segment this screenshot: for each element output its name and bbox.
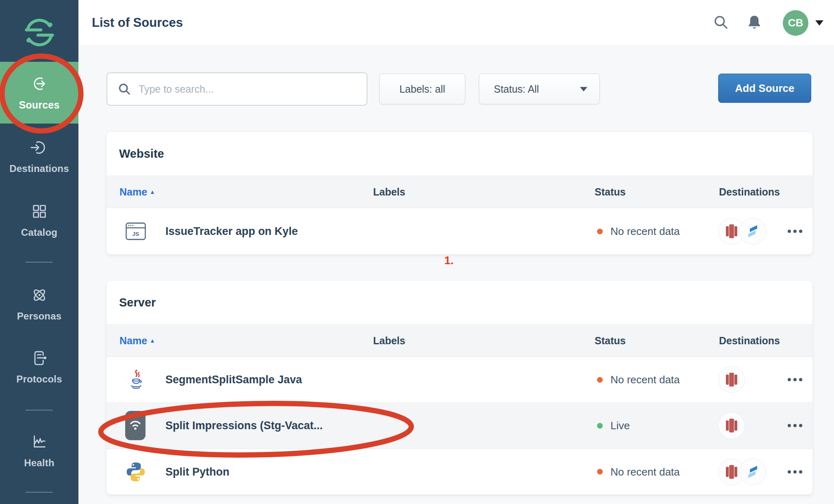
sidebar-divider	[26, 262, 53, 263]
status-cell: Live	[597, 419, 630, 432]
more-options-button[interactable]	[785, 227, 805, 235]
wifi-server-icon	[125, 411, 146, 440]
sidebar-item-label: Catalog	[21, 227, 57, 238]
destinations-cell	[718, 412, 745, 439]
more-options-button[interactable]	[785, 468, 805, 476]
python-icon	[125, 461, 146, 482]
source-name: SegmentSplitSample Java	[165, 374, 302, 386]
segment-logo-icon	[22, 15, 57, 50]
search-icon	[118, 83, 130, 95]
destinations-cell	[718, 458, 766, 485]
catalog-grid-icon	[30, 202, 49, 222]
destinations-cell	[718, 366, 745, 393]
column-status: Status	[595, 335, 626, 347]
annotation-step-1: 1.	[444, 254, 454, 267]
sidebar-item-label: Sources	[19, 99, 59, 111]
column-destinations: Destinations	[719, 186, 780, 198]
status-dot-orange	[597, 228, 603, 234]
source-name: Split Impressions (Stg-Vacat...	[165, 419, 323, 432]
source-name: Split Python	[165, 465, 230, 478]
destinations-icon	[30, 138, 49, 159]
source-name: IssueTracker app on Kyle	[165, 225, 298, 238]
search-icon	[713, 15, 728, 31]
notifications-button[interactable]	[747, 15, 762, 31]
status-dot-orange	[597, 469, 603, 475]
status-cell: No recent data	[597, 465, 680, 478]
split-destination-icon[interactable]	[739, 458, 766, 485]
segment-logo[interactable]	[22, 15, 57, 52]
table-header: Name▲ Labels Status Destinations	[106, 324, 812, 357]
sources-icon	[30, 74, 49, 95]
status-filter-value: Status: All	[494, 83, 539, 95]
status-dot-orange	[597, 377, 603, 382]
source-row-java[interactable]: SegmentSplitSample Java No recent data	[106, 357, 812, 402]
health-chart-icon	[30, 432, 49, 453]
status-cell: No recent data	[597, 225, 680, 238]
java-icon	[128, 369, 144, 391]
more-options-button[interactable]	[785, 421, 805, 430]
source-row-split-python[interactable]: Split Python No recent data	[106, 449, 812, 495]
more-options-button[interactable]	[785, 376, 805, 384]
column-labels: Labels	[373, 335, 405, 347]
svg-text:JS: JS	[132, 231, 139, 237]
sidebar-item-destinations[interactable]: Destinations	[0, 138, 78, 174]
source-row-issuetracker[interactable]: JS IssueTracker app on Kyle No recent da…	[106, 208, 812, 254]
sidebar-item-personas[interactable]: Personas	[0, 286, 78, 322]
sidebar-item-label: Personas	[17, 311, 62, 322]
status-text: No recent data	[610, 374, 680, 386]
protocols-icon	[30, 349, 49, 369]
sort-ascending-icon: ▲	[150, 189, 155, 195]
sidebar-item-label: Health	[24, 457, 54, 469]
search-input-wrapper	[106, 72, 367, 106]
column-status: Status	[595, 186, 626, 198]
sidebar-item-catalog[interactable]: Catalog	[0, 202, 78, 238]
status-text: No recent data	[610, 225, 680, 238]
add-source-button[interactable]: Add Source	[718, 74, 811, 103]
page-title: List of Sources	[92, 15, 183, 30]
sidebar-item-health[interactable]: Health	[0, 432, 78, 469]
status-filter-dropdown[interactable]: Status: All	[479, 74, 600, 104]
sidebar-item-sources[interactable]: Sources	[0, 62, 78, 124]
javascript-browser-icon: JS	[125, 221, 146, 241]
topbar: List of Sources CB	[78, 0, 834, 46]
column-name-sort[interactable]: Name▲	[119, 335, 155, 347]
bell-icon	[747, 15, 762, 31]
sidebar-divider	[26, 410, 53, 411]
sidebar-divider	[26, 492, 53, 493]
sidebar-item-protocols[interactable]: Protocols	[0, 349, 78, 385]
split-destination-icon[interactable]	[739, 218, 766, 245]
sidebar-item-label: Protocols	[16, 374, 62, 385]
column-destinations: Destinations	[719, 335, 780, 347]
sort-ascending-icon: ▲	[150, 337, 155, 344]
section-title: Website	[106, 132, 812, 176]
source-row-split-impressions[interactable]: Split Impressions (Stg-Vacat... Live	[106, 402, 812, 448]
chevron-down-icon	[580, 87, 587, 91]
destinations-cell	[718, 218, 766, 245]
sidebar: Sources Destinations Catalog	[0, 0, 78, 504]
server-section: Server Name▲ Labels Status Destinations …	[106, 281, 812, 495]
column-name-sort[interactable]: Name▲	[119, 186, 155, 198]
status-text: Live	[610, 419, 630, 432]
personas-atom-icon	[30, 286, 49, 306]
sidebar-item-label: Destinations	[9, 163, 69, 174]
topbar-actions: CB	[713, 10, 823, 36]
global-search-button[interactable]	[713, 15, 728, 31]
website-section: Website Name▲ Labels Status Destinations…	[106, 132, 812, 254]
status-dot-green	[597, 423, 603, 428]
avatar[interactable]: CB	[783, 10, 808, 36]
labels-filter-button[interactable]: Labels: all	[379, 74, 465, 104]
redshift-destination-icon[interactable]	[718, 412, 745, 439]
column-labels: Labels	[373, 186, 405, 198]
section-title: Server	[106, 281, 812, 324]
status-text: No recent data	[610, 465, 680, 478]
table-header: Name▲ Labels Status Destinations	[106, 176, 812, 208]
search-input[interactable]	[138, 83, 367, 96]
status-cell: No recent data	[597, 374, 680, 386]
redshift-destination-icon[interactable]	[718, 366, 745, 393]
account-menu-caret-icon[interactable]	[815, 20, 823, 26]
